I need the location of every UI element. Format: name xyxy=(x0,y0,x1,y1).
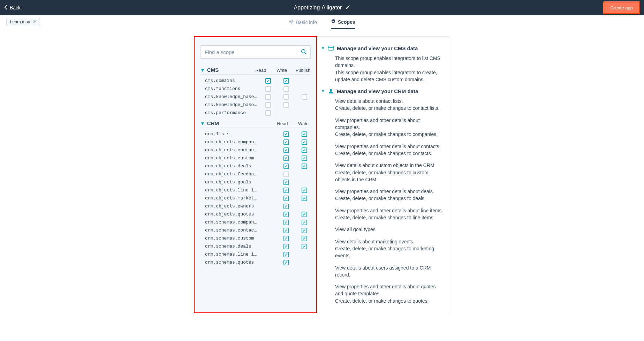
col-read: Read xyxy=(275,121,290,126)
svg-point-5 xyxy=(330,89,332,91)
scope-name: crm.schemas.deals xyxy=(205,244,257,249)
learn-more-button[interactable]: Learn more xyxy=(6,18,40,26)
checkbox-read[interactable] xyxy=(265,94,271,100)
tab-basic-info[interactable]: Basic info xyxy=(289,15,317,29)
checkbox-write[interactable] xyxy=(283,78,289,84)
scope-name: crm.objects.line_it… xyxy=(205,188,257,193)
svg-point-1 xyxy=(302,50,305,53)
checkbox-read[interactable] xyxy=(283,164,289,169)
checkbox-read[interactable] xyxy=(283,172,289,177)
desc-line: Create, delete, or make changes to marke… xyxy=(335,245,444,259)
checkbox-read[interactable] xyxy=(283,244,289,249)
desc-line: Create, delete, or make changes to conta… xyxy=(335,105,444,112)
chevron-left-icon xyxy=(4,5,8,11)
scope-row: cms.functions xyxy=(200,85,311,93)
scopes-panel: ▼CMSReadWritePublishcms.domainscms.funct… xyxy=(194,36,317,313)
desc-crm-title: Manage and view your CRM data xyxy=(337,88,418,94)
checkbox-read[interactable] xyxy=(265,86,271,92)
desc-line: View properties and other details about … xyxy=(335,283,444,297)
create-app-button[interactable]: Create app xyxy=(604,2,640,14)
checkbox-read[interactable] xyxy=(265,110,271,116)
checkbox-read[interactable] xyxy=(283,212,289,217)
desc-line: Create, delete, or make changes to deals… xyxy=(335,195,444,202)
checkbox-read[interactable] xyxy=(283,260,289,265)
checkbox-write[interactable] xyxy=(302,212,307,217)
caret-down-icon[interactable]: ▼ xyxy=(200,121,205,126)
col-write: Write xyxy=(274,68,289,73)
checkbox-write[interactable] xyxy=(302,244,307,249)
checkbox-read[interactable] xyxy=(283,156,289,161)
checkbox-write[interactable] xyxy=(302,196,307,201)
checkbox-read[interactable] xyxy=(283,252,289,257)
chevron-down-icon[interactable]: ▼ xyxy=(321,89,325,93)
back-label: Back xyxy=(10,5,21,10)
scope-name: cms.performance xyxy=(205,110,257,115)
back-button[interactable]: Back xyxy=(4,5,21,11)
checkbox-read[interactable] xyxy=(283,139,289,145)
search-icon[interactable] xyxy=(301,49,306,55)
checkbox-write[interactable] xyxy=(283,86,289,92)
scope-name: cms.knowledge_base.… xyxy=(205,94,257,99)
checkbox-read[interactable] xyxy=(265,102,271,108)
checkbox-write[interactable] xyxy=(302,139,307,145)
scope-name: cms.knowledge_base.… xyxy=(205,102,257,107)
checkbox-read[interactable] xyxy=(283,188,289,193)
col-read: Read xyxy=(253,68,268,73)
external-link-icon xyxy=(33,20,36,24)
scope-row: crm.objects.contacts xyxy=(200,146,311,154)
scope-row: crm.schemas.quotes xyxy=(200,258,311,266)
checkbox-read[interactable] xyxy=(283,196,289,201)
desc-line: View all goal types xyxy=(335,226,444,233)
checkbox-read[interactable] xyxy=(283,220,289,225)
desc-line: Create, delete, or make changes to line … xyxy=(335,214,444,221)
checkbox-read[interactable] xyxy=(283,131,289,137)
checkbox-write[interactable] xyxy=(283,102,289,108)
scope-name: crm.schemas.compani… xyxy=(205,220,257,225)
desc-line: View details about marketing events. xyxy=(335,238,444,245)
checkbox-read[interactable] xyxy=(283,180,289,185)
checkbox-read[interactable] xyxy=(283,204,289,209)
checkbox-read[interactable] xyxy=(265,78,271,84)
scope-row: crm.objects.goals xyxy=(200,178,311,186)
group-title[interactable]: CMS xyxy=(207,67,219,73)
caret-down-icon[interactable]: ▼ xyxy=(200,67,205,73)
scope-row: crm.objects.line_it… xyxy=(200,186,311,194)
checkbox-write[interactable] xyxy=(302,188,307,193)
scope-row: crm.schemas.compani… xyxy=(200,218,311,226)
desc-line: View properties and other details about … xyxy=(335,188,444,195)
group-title[interactable]: CRM xyxy=(207,120,219,126)
scope-name: crm.schemas.contacts xyxy=(205,228,257,233)
checkbox-write[interactable] xyxy=(302,147,307,153)
description-panel: ▼ Manage and view your CMS data This sco… xyxy=(317,36,450,313)
app-title: Appetizing-Alligator xyxy=(294,5,342,11)
checkbox-write[interactable] xyxy=(302,228,307,233)
scope-row: cms.knowledge_base.… xyxy=(200,93,311,101)
search-input[interactable] xyxy=(200,45,311,59)
desc-line: This scope group enables integrators to … xyxy=(335,55,444,69)
checkbox-write[interactable] xyxy=(302,220,307,225)
checkbox-read[interactable] xyxy=(283,228,289,233)
checkbox-write[interactable] xyxy=(283,94,289,100)
scope-name: crm.objects.goals xyxy=(205,180,257,185)
scope-row: cms.domains xyxy=(200,77,311,85)
scope-row: crm.objects.quotes xyxy=(200,210,311,218)
desc-line: Create, delete, or make changes to compa… xyxy=(335,131,444,138)
checkbox-read[interactable] xyxy=(283,236,289,241)
checkbox-write[interactable] xyxy=(302,131,307,137)
col-publish: Publish xyxy=(295,68,311,73)
tab-scopes[interactable]: Scopes xyxy=(331,15,355,29)
checkbox-write[interactable] xyxy=(302,156,307,161)
desc-line: Create, delete, or make changes to custo… xyxy=(335,169,444,183)
scope-row: crm.schemas.line_it… xyxy=(200,250,311,258)
checkbox-write[interactable] xyxy=(302,236,307,241)
desc-line: This scope group enables integrators to … xyxy=(335,69,444,83)
checkbox-read[interactable] xyxy=(283,147,289,153)
svg-rect-3 xyxy=(328,46,334,50)
checkbox-write[interactable] xyxy=(302,164,307,169)
checkbox-publish[interactable] xyxy=(302,94,307,100)
scope-row: crm.lists xyxy=(200,130,311,138)
subnav: Learn more Basic info Scopes xyxy=(0,15,644,29)
chevron-down-icon[interactable]: ▼ xyxy=(321,46,325,50)
desc-line: Create, delete, or make changes to conta… xyxy=(335,150,444,157)
edit-icon[interactable] xyxy=(345,5,350,11)
